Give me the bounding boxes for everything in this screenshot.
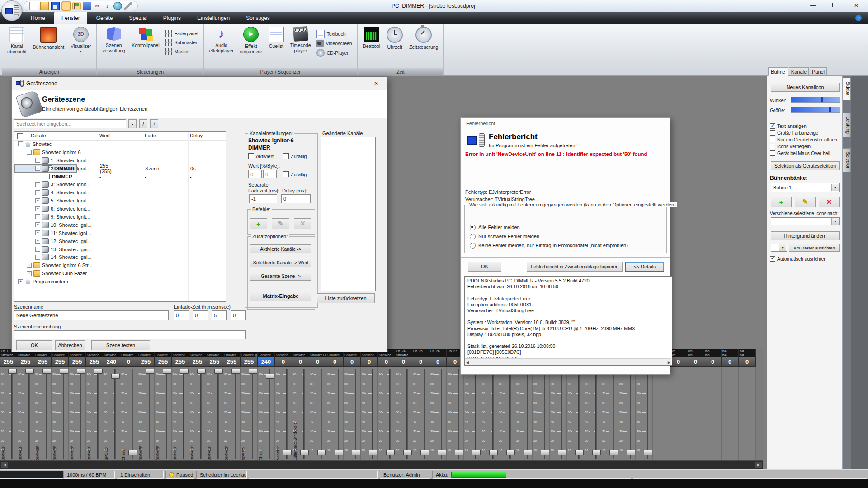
buehne-select[interactable]: Bühne 1 ▼ (771, 183, 840, 192)
fader-thumb[interactable] (111, 374, 120, 379)
chevron-down-icon[interactable]: ▼ (779, 244, 786, 251)
tree-row[interactable]: +11: Showtec Igni... (14, 229, 226, 237)
ribbon-button-kanal-bersicht[interactable]: Kanalübersicht (4, 26, 30, 55)
fader-thumb[interactable] (94, 369, 103, 374)
aktiviert-checkbox[interactable]: Aktiviert (248, 153, 274, 159)
fader-thumb[interactable] (60, 369, 68, 374)
ribbon-button-textbuch[interactable]: Textbuch (316, 30, 352, 38)
expand-icon[interactable]: + (35, 222, 40, 227)
radio-keine-fehler-melden-nur-eintrag-in-protokolldatei-nicht-empfohlen[interactable]: Keine Fehler melden, nur Eintrag in Prot… (470, 241, 628, 250)
fader-thumb[interactable] (146, 369, 154, 374)
tree-row[interactable]: -1: Showtec Ignit... (14, 156, 226, 164)
expand-icon[interactable]: + (35, 239, 40, 244)
fader-thumb[interactable] (541, 450, 549, 455)
wert-byte-input[interactable] (263, 170, 277, 178)
fader-thumb[interactable] (644, 450, 652, 455)
tab-plugins[interactable]: Plugins (156, 12, 188, 24)
toggle-button[interactable]: / (139, 119, 147, 128)
ok-button[interactable]: OK (16, 340, 52, 350)
close-button[interactable]: ✕ (846, 0, 866, 11)
edit-buehne-button[interactable]: ✎ (795, 197, 816, 207)
dialog-close-button[interactable]: ✕ (367, 79, 385, 89)
vertical-tab-selector[interactable]: Selector (843, 148, 851, 172)
checkbox-text-anzeigen[interactable]: ✓Text anzeigen (770, 122, 837, 129)
help-icon[interactable]: ? (855, 15, 862, 21)
szenenbeschreibung-input[interactable] (14, 330, 246, 339)
fader-thumb[interactable] (369, 450, 377, 455)
fader-thumb[interactable] (180, 369, 189, 374)
fader-thumb[interactable] (163, 369, 171, 374)
ribbon-button-timecode-player[interactable]: Timecodeplayer (287, 26, 314, 54)
selektion-button[interactable]: Selektion als Geräteselektion (771, 161, 840, 170)
groesse-slider[interactable] (791, 107, 840, 113)
vertical-tab-sidebar[interactable]: Sidebar (843, 78, 851, 100)
tree-row[interactable]: +10: Showtec Igni... (14, 221, 226, 229)
ribbon-button-zeitsteuerung[interactable]: Zeitsteuerung (406, 26, 441, 51)
collapse-icon[interactable]: - (35, 166, 40, 171)
ribbon-button-submaster[interactable]: Submaster (165, 39, 198, 46)
collapse-button[interactable]: - (128, 119, 137, 128)
scroll-left-icon[interactable]: ◀ (1, 462, 8, 468)
fader-thumb[interactable] (438, 450, 446, 455)
ribbon-button-master[interactable]: Master (165, 48, 198, 55)
geraeteszene-titlebar[interactable]: Geräteszene — ✕ (12, 77, 387, 90)
tree-row[interactable]: +Showtec Club Fazer (14, 269, 226, 277)
expand-button[interactable]: + (150, 119, 158, 128)
liste-zuruecksetzen-button[interactable]: Liste zurücksetzen (317, 293, 375, 303)
raster-select[interactable]: ▼ (771, 244, 787, 252)
expand-icon[interactable]: + (35, 247, 40, 252)
checkbox-ger-t-bei-maus-over-hell[interactable]: Gerät bei Maus-Over hell (770, 150, 837, 156)
fader-thumb[interactable] (386, 450, 395, 455)
einfade-s-input[interactable] (212, 310, 227, 320)
scroll-right-icon[interactable]: ▶ (668, 360, 670, 366)
checkbox-gro-e-farbanzeige[interactable]: Große Farbanzeige (770, 129, 837, 136)
tab-ger-te[interactable]: Geräte (89, 12, 120, 24)
fader-thumb[interactable] (627, 450, 635, 455)
expand-icon[interactable]: + (35, 182, 40, 187)
tree-row[interactable]: +13: Showtec Igni... (14, 245, 226, 253)
fb-copy-button[interactable]: Fehlerbericht in Zwischenablage kopieren (527, 262, 623, 272)
wert-prozent-input[interactable] (248, 170, 262, 178)
scroll-left-icon[interactable]: ◀ (466, 360, 469, 366)
gesamte-szene-button[interactable]: Gesamte Szene -> (250, 272, 311, 281)
channel-checkbox[interactable] (44, 174, 50, 179)
einfade-m-input[interactable] (193, 310, 208, 320)
radio-nur-schwere-fehler-melden[interactable]: Nur schwere Fehler melden (470, 232, 628, 241)
app-logo-icon[interactable] (1, 0, 22, 21)
ribbon-button-audio-effektplayer[interactable]: ♪Audioeffektplayer (206, 26, 237, 54)
expand-icon[interactable]: + (35, 255, 40, 260)
tab-spezial[interactable]: Spezial (122, 12, 154, 24)
verschiebe-select[interactable]: ▼ (771, 217, 840, 225)
tree-row[interactable]: +12: Showtec Igni... (14, 237, 226, 245)
tree-row[interactable]: +Programmintern (14, 277, 226, 286)
fader-thumb[interactable] (335, 450, 343, 455)
am-raster-button[interactable]: Am Raster ausrichten (789, 244, 840, 252)
fader-thumb[interactable] (575, 450, 584, 455)
hintergrund-button[interactable]: Hintergrund ändern (771, 231, 840, 240)
search-input[interactable] (14, 119, 126, 128)
groesse-slider-thumb[interactable] (829, 107, 831, 112)
collapse-icon[interactable]: - (27, 150, 32, 155)
ribbon-button-cuelist[interactable]: Cuelist (265, 26, 287, 50)
befehl-add-button[interactable]: + (250, 218, 267, 229)
ribbon-button-kontrollpanel[interactable]: Kontrollpanel (128, 26, 162, 49)
winkel-slider-thumb[interactable] (821, 97, 823, 102)
tab-fenster[interactable]: Fenster (54, 12, 87, 24)
tree-row[interactable]: +3: Showtec Ignit... (14, 180, 226, 188)
radio-alle-fehler-melden[interactable]: Alle Fehler melden (470, 223, 628, 232)
scroll-right-icon[interactable]: ▶ (755, 462, 762, 468)
tree-row[interactable]: +14: Showtec Igni... (14, 253, 226, 261)
fader-thumb[interactable] (249, 369, 257, 374)
fader-thumb[interactable] (25, 369, 34, 374)
tree-row[interactable]: +Showtec Ignitor-6 Str... (14, 261, 226, 269)
delete-buehne-button[interactable]: ✕ (819, 197, 840, 207)
tree-row[interactable]: -Showtec Ignitor-6 (14, 148, 226, 156)
fader-thumb[interactable] (524, 450, 532, 455)
fader-scrollbar[interactable]: ◀ ▶ (0, 460, 763, 469)
checkbox-nur-ein-ger-tefenster-ffnen[interactable]: Nur ein Gerätefenster öffnen (770, 136, 837, 143)
fader-thumb[interactable] (77, 369, 85, 374)
selektierte-kanaele-button[interactable]: Selektierte Kanäle -> Wert (250, 258, 311, 267)
fadezeit-input[interactable] (249, 194, 277, 203)
chevron-down-icon[interactable]: ▼ (831, 184, 839, 191)
fader-thumb[interactable] (403, 450, 412, 455)
